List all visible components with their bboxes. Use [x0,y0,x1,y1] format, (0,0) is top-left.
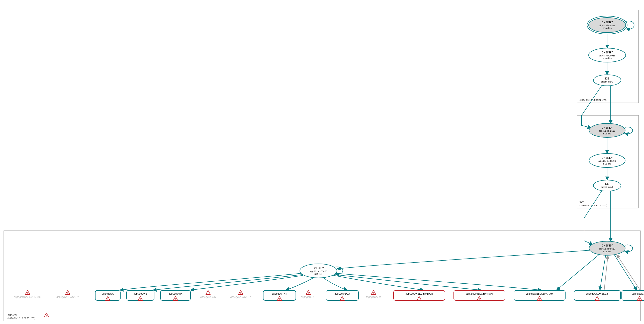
svg-text:alg=13, id=9637: alg=13, id=9637 [599,248,615,250]
edge [337,250,590,269]
svg-text:aspr.gov/NSEC3PARAM: aspr.gov/NSEC3PARAM [14,296,42,298]
phantom-cds: aspr.gov/CDS [200,290,216,298]
svg-text:2048 bits: 2048 bits [603,57,612,60]
rrset-mx[interactable]: aspr.gov/MX [160,290,191,300]
svg-text:aspr.gov/TXT: aspr.gov/TXT [301,296,316,298]
svg-text:DNSKEY: DNSKEY [601,21,613,24]
svg-text:aspr.gov/SOA: aspr.gov/SOA [366,296,381,298]
rrset-ns[interactable]: aspr.gov/NS [127,290,154,300]
svg-text:aspr.gov/NSEC3PARAM: aspr.gov/NSEC3PARAM [406,292,433,295]
edge [153,275,302,290]
svg-text:512 bits: 512 bits [603,163,611,165]
node-aspr-ksk[interactable]: DNSKEY alg=13, id=9637 512 bits [589,241,625,255]
svg-text:aspr.gov/TXT: aspr.gov/TXT [272,292,287,295]
node-root-ds[interactable]: DS digest alg=2 [593,75,621,86]
svg-text:DNSKEY: DNSKEY [313,267,324,270]
svg-text:DS: DS [605,182,609,185]
svg-text:aspr.gov/MX: aspr.gov/MX [168,292,182,295]
svg-point-21 [593,180,621,191]
zone-gov-name: gov [580,200,584,203]
phantom-cdnskey: aspr.gov/CDNSKEY [56,290,79,298]
node-gov-ds[interactable]: DS digest alg=2 [593,180,621,191]
rrset-cdnskey[interactable]: aspr.gov/CDNSKEY [574,290,620,300]
svg-text:aspr.gov/DNSKEY: aspr.gov/DNSKEY [230,296,251,298]
rrset-soa[interactable]: aspr.gov/SOA [326,290,358,300]
svg-text:alg=13, id=2536: alg=13, id=2536 [599,130,615,132]
dnssec-graph: ! . (2024-09-12 14:52:07 UTC) gov (2024-… [0,0,644,324]
svg-text:aspr.gov/A: aspr.gov/A [102,292,114,295]
svg-point-10 [593,75,621,86]
edge [336,273,541,290]
edge [191,275,303,290]
svg-text:DNSKEY: DNSKEY [601,51,613,54]
svg-text:digest alg=2: digest alg=2 [601,186,613,188]
svg-text:DS: DS [605,77,609,80]
node-gov-zsk[interactable]: DNSKEY alg=13, id=35496 512 bits [589,153,625,168]
edge-bold [584,191,602,245]
edge [286,278,313,290]
svg-text:aspr.gov/NSEC3PARAM: aspr.gov/NSEC3PARAM [466,292,493,295]
edge [557,255,599,290]
edge [614,255,637,290]
svg-text:alg=13, id=51425: alg=13, id=51425 [310,270,327,273]
phantom-soa: aspr.gov/SOA [366,290,381,298]
edge [323,278,347,290]
zone-gov-date: (2024-09-12 17:43:01 UTC) [580,204,607,207]
svg-text:DNSKEY: DNSKEY [601,156,613,159]
warning-icon [44,313,49,317]
svg-text:aspr.gov/CDNSKEY: aspr.gov/CDNSKEY [56,296,79,298]
phantom-txt: aspr.gov/TXT [301,290,316,298]
svg-text:aspr.gov/NS: aspr.gov/NS [134,292,147,295]
zone-aspr-date: (2024-09-12 18:29:33 UTC) [8,317,35,319]
svg-text:2048 bits: 2048 bits [603,27,612,30]
node-gov-ksk[interactable]: DNSKEY alg=13, id=2536 512 bits [589,123,625,137]
svg-text:aspr.gov/CDS: aspr.gov/CDS [632,292,644,295]
rrset-nsec3param-2[interactable]: aspr.gov/NSEC3PARAM [454,290,505,300]
edge-self-loop [625,127,633,134]
edge-gray [617,255,640,291]
svg-text:aspr.gov/CDS: aspr.gov/CDS [200,296,216,298]
zone-root-name: . [580,95,580,98]
rrset-a[interactable]: aspr.gov/A [95,290,120,300]
svg-text:DNSKEY: DNSKEY [601,244,613,247]
svg-text:alg=8, id=20326: alg=8, id=20326 [599,24,615,27]
phantom-nsec3param: aspr.gov/NSEC3PARAM [14,290,42,298]
svg-text:aspr.gov/SOA: aspr.gov/SOA [334,292,350,295]
phantom-dnskey: aspr.gov/DNSKEY [230,290,251,298]
svg-text:digest alg=2: digest alg=2 [601,80,613,83]
node-root-ksk[interactable]: DNSKEY alg=8, id=20326 2048 bits [587,16,627,34]
edge-bold [582,86,602,128]
zone-aspr-name: aspr.gov [8,313,17,316]
svg-text:DNSKEY: DNSKEY [601,126,613,129]
node-root-zsk[interactable]: DNSKEY alg=8, id=20038 2048 bits [589,48,626,62]
svg-text:512 bits: 512 bits [314,273,322,275]
svg-text:aspr.gov/NSEC3PARAM: aspr.gov/NSEC3PARAM [526,292,553,295]
svg-text:512 bits: 512 bits [603,250,611,253]
svg-text:alg=8, id=20038: alg=8, id=20038 [599,54,615,57]
svg-text:512 bits: 512 bits [603,132,611,135]
rrset-cds[interactable]: aspr.gov/CDS [622,290,644,300]
svg-text:aspr.gov/CDNSKEY: aspr.gov/CDNSKEY [586,292,608,295]
edge-self-loop [625,245,633,252]
node-aspr-zsk[interactable]: DNSKEY alg=13, id=51425 512 bits [300,264,337,278]
rrset-nsec3param-1[interactable]: aspr.gov/NSEC3PARAM [394,290,445,300]
zone-root-date: (2024-09-12 14:52:07 UTC) [580,99,607,101]
rrset-nsec3param-3[interactable]: aspr.gov/NSEC3PARAM [514,290,565,300]
rrset-txt[interactable]: aspr.gov/TXT [263,290,296,300]
svg-text:alg=13, id=35496: alg=13, id=35496 [598,160,616,162]
